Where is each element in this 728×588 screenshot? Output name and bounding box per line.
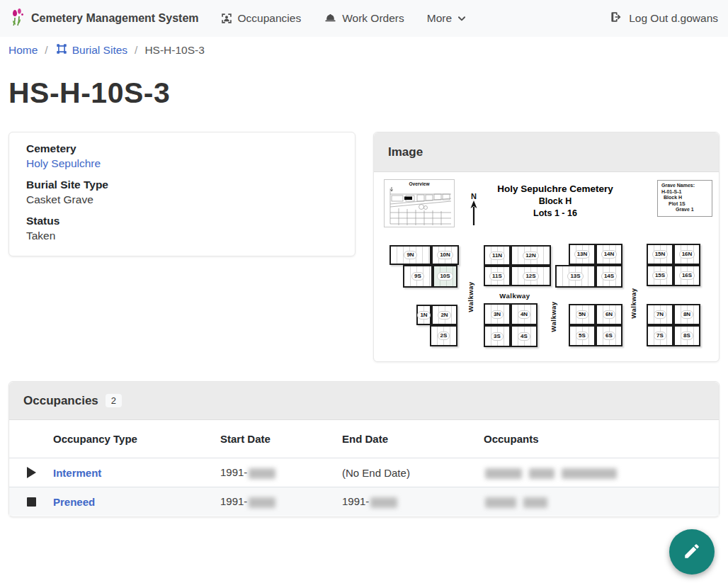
lot-label: 3S xyxy=(491,332,504,341)
lot-label: 15S xyxy=(652,271,668,280)
top-navbar: Cemetery Management System Occupancies W… xyxy=(0,0,728,37)
lot-cell-11s[interactable]: 11S xyxy=(484,266,511,286)
edit-fab-button[interactable] xyxy=(669,529,715,575)
occupancy-type-link[interactable]: Interment xyxy=(53,467,101,479)
chevron-down-icon xyxy=(457,13,467,23)
nav-item-more[interactable]: More xyxy=(427,12,467,25)
lot-cell-2s[interactable]: 2S xyxy=(430,325,457,346)
lot-cell-16s[interactable]: 16S xyxy=(673,265,700,286)
hardhat-icon xyxy=(324,12,337,25)
lot-cell-15n[interactable]: 15N xyxy=(647,244,673,265)
lot-cell-3s[interactable]: 3S xyxy=(484,325,511,347)
lot-cell-15s[interactable]: 15S xyxy=(647,265,673,286)
lot-cell-9s[interactable]: 9S xyxy=(403,265,433,288)
lot-cell-2n[interactable]: 2N xyxy=(431,305,457,325)
logout-button[interactable]: Log Out d.gowans xyxy=(610,11,718,26)
lot-label: 14N xyxy=(601,250,618,259)
lot-label: 4S xyxy=(518,332,530,341)
lot-label: 8S xyxy=(681,332,693,340)
lot-label: 11S xyxy=(489,272,505,281)
lot-label: 11N xyxy=(489,251,505,260)
lot-cell-10n[interactable]: 10N xyxy=(431,245,459,265)
lot-label: 2S xyxy=(438,332,450,340)
lot-cell-7s[interactable]: 7S xyxy=(647,325,673,346)
lot-cell-16n[interactable]: 16N xyxy=(673,244,700,265)
lot-cell-10s[interactable]: 10S xyxy=(433,265,457,288)
legend-line: H-01-S-1 xyxy=(661,189,708,196)
redacted-text xyxy=(523,497,547,508)
lot-label: 12S xyxy=(523,272,538,281)
lot-cell-13n[interactable]: 13N xyxy=(569,244,596,265)
nav-item-work-orders[interactable]: Work Orders xyxy=(324,12,404,25)
image-card-title: Image xyxy=(388,145,423,159)
lot-label: 7N xyxy=(654,310,666,319)
lot-cell-4s[interactable]: 4S xyxy=(511,325,538,347)
overview-label: Overview xyxy=(385,181,454,186)
lot-label: 10S xyxy=(437,272,453,281)
redacted-text xyxy=(529,468,554,479)
lot-cell-5s[interactable]: 5S xyxy=(569,325,596,346)
occupancies-count-badge: 2 xyxy=(106,394,122,407)
col-end-date: End Date xyxy=(342,433,484,445)
lot-cell-1n[interactable]: 1N xyxy=(416,305,431,325)
occupants-value xyxy=(484,466,719,479)
occupancy-type-link[interactable]: Preneed xyxy=(53,496,95,508)
lot-cell-8s[interactable]: 8S xyxy=(673,325,700,346)
nav-item-label: More xyxy=(427,12,452,25)
lot-cell-11n[interactable]: 11N xyxy=(484,245,511,266)
lot-cell-6n[interactable]: 6N xyxy=(596,304,622,325)
lot-cell-13s[interactable]: 13S xyxy=(555,265,596,288)
lot-cell-8n[interactable]: 8N xyxy=(673,304,700,325)
start-date-value: 1991- xyxy=(220,495,342,508)
lot-cell-5n[interactable]: 5N xyxy=(569,304,596,325)
lot-label: 15N xyxy=(652,250,669,259)
logout-label: Log Out d.gowans xyxy=(629,12,718,25)
col-occupants: Occupants xyxy=(484,433,719,445)
tulip-logo-icon xyxy=(10,8,25,29)
nav-item-label: Work Orders xyxy=(342,12,404,25)
cemetery-link[interactable]: Holy Sepulchre xyxy=(26,157,101,169)
redacted-text xyxy=(249,497,275,508)
redacted-text xyxy=(562,468,617,479)
lot-label: 16N xyxy=(679,250,695,259)
lot-cell-4n[interactable]: 4N xyxy=(511,303,538,325)
burial-site-details-card: Cemetery Holy Sepulchre Burial Site Type… xyxy=(8,132,356,256)
pencil-icon xyxy=(683,542,701,562)
lot-label: 1N xyxy=(417,311,430,320)
lot-label: 13S xyxy=(567,272,583,281)
redacted-text xyxy=(249,468,275,479)
lot-cell-12s[interactable]: 12S xyxy=(511,266,551,286)
lot-cell-6s[interactable]: 6S xyxy=(596,325,622,346)
breadcrumb-current: HS-H-10S-3 xyxy=(144,44,204,57)
map-title-line: Holy Sepulchre Cemetery xyxy=(476,183,635,194)
breadcrumb-home-link[interactable]: Home xyxy=(8,44,38,57)
lot-cell-9n[interactable]: 9N xyxy=(389,245,431,265)
status-value: Taken xyxy=(26,230,338,242)
redacted-text xyxy=(485,497,516,508)
image-card: Image Overview xyxy=(373,132,720,362)
image-card-header: Image xyxy=(374,132,719,172)
map-overview-thumbnail: Overview xyxy=(384,179,455,227)
image-card-body: Overview N xyxy=(374,172,719,362)
lot-cell-7n[interactable]: 7N xyxy=(647,304,673,325)
walkway-label: Walkway xyxy=(550,301,557,332)
app-title: Cemetery Management System xyxy=(31,12,199,25)
lot-cell-14n[interactable]: 14N xyxy=(596,244,622,265)
nav-item-occupancies[interactable]: Occupancies xyxy=(220,12,302,25)
redacted-text xyxy=(370,497,397,508)
occupancies-header: Occupancies 2 xyxy=(9,382,719,420)
app-brand[interactable]: Cemetery Management System xyxy=(10,8,199,29)
plot-map-image[interactable]: Overview N xyxy=(384,178,711,356)
lot-cell-14s[interactable]: 14S xyxy=(596,265,622,288)
overview-sketch xyxy=(385,187,454,227)
cemetery-label: Cemetery xyxy=(26,142,338,155)
nav-item-label: Occupancies xyxy=(238,12,302,25)
lot-cell-12n[interactable]: 12N xyxy=(511,245,551,266)
walkway-label: Walkway xyxy=(499,292,530,300)
lot-label: 13N xyxy=(574,250,591,259)
lot-cell-3n[interactable]: 3N xyxy=(484,303,511,325)
page-title: HS-H-10S-3 xyxy=(8,77,170,110)
burial-site-type-label: Burial Site Type xyxy=(26,179,338,191)
table-header-row: Occupancy Type Start Date End Date Occup… xyxy=(9,420,719,458)
breadcrumb-burial-sites-link[interactable]: Burial Sites xyxy=(55,43,127,58)
